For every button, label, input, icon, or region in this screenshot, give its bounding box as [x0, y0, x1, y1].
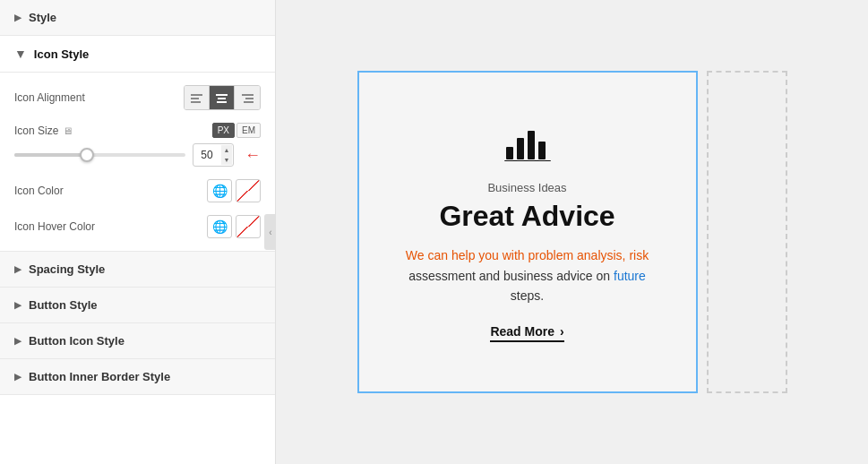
spacing-style-section-header[interactable]: ▶ Spacing Style — [0, 252, 275, 288]
svg-rect-3 — [216, 94, 228, 96]
icon-hover-color-swatch — [236, 216, 260, 237]
svg-rect-9 — [506, 147, 513, 159]
monitor-icon: 🖥 — [63, 125, 73, 136]
svg-rect-8 — [244, 101, 254, 103]
style-section-label: Style — [29, 11, 56, 24]
svg-rect-1 — [191, 98, 199, 99]
icon-size-input-wrap: ▲ ▼ — [193, 143, 234, 167]
svg-rect-6 — [242, 94, 254, 96]
svg-rect-11 — [528, 131, 535, 159]
canvas-wrapper: Business Ideas Great Advice We can help … — [357, 71, 787, 393]
icon-alignment-controls — [184, 85, 261, 110]
button-style-label: Button Style — [29, 298, 98, 312]
icon-size-label: Icon Size 🖥 — [14, 125, 73, 137]
icon-style-content: Icon Alignment — [0, 73, 275, 252]
icon-alignment-row: Icon Alignment — [14, 85, 261, 110]
button-icon-style-section-header[interactable]: ▶ Button Icon Style — [0, 323, 275, 359]
unit-toggle: PX EM — [212, 123, 261, 138]
svg-rect-7 — [245, 98, 254, 99]
card-title: Great Advice — [439, 200, 614, 233]
button-inner-border-style-section-header[interactable]: ▶ Button Inner Border Style — [0, 359, 275, 395]
card-desc-part2: assessment and business advice on — [408, 269, 614, 283]
card-description: We can help you with problem analysis, r… — [406, 245, 649, 305]
svg-rect-13 — [504, 160, 551, 161]
read-more-label: Read More — [490, 324, 554, 339]
spinner-up-button[interactable]: ▲ — [221, 145, 232, 155]
button-style-arrow: ▶ — [14, 300, 21, 310]
svg-rect-10 — [517, 138, 524, 159]
icon-size-label-row: Icon Size 🖥 PX EM — [14, 123, 261, 138]
slider-fill — [14, 153, 82, 157]
spacing-style-arrow: ▶ — [14, 264, 21, 274]
spinner-down-button[interactable]: ▼ — [221, 155, 232, 165]
card-desc-part4: steps. — [511, 288, 544, 303]
canvas-area: Business Ideas Great Advice We can help … — [276, 0, 868, 464]
style-section-header[interactable]: ▶ Style — [0, 0, 275, 36]
icon-style-label: Icon Style — [34, 47, 89, 61]
spacing-style-label: Spacing Style — [29, 262, 105, 276]
icon-size-slider-track[interactable] — [14, 153, 185, 157]
em-unit-button[interactable]: EM — [236, 123, 261, 138]
svg-rect-4 — [218, 98, 226, 99]
align-right-button[interactable] — [235, 86, 260, 109]
icon-color-controls: 🌐 — [207, 179, 261, 202]
svg-rect-5 — [217, 101, 227, 103]
svg-rect-0 — [191, 94, 202, 96]
button-icon-style-label: Button Icon Style — [29, 334, 125, 348]
icon-hover-color-globe-button[interactable]: 🌐 — [207, 215, 232, 238]
icon-hover-color-controls: 🌐 — [207, 215, 261, 238]
align-left-button[interactable] — [185, 86, 210, 109]
icon-color-swatch-button[interactable] — [236, 179, 261, 202]
collapse-handle-button[interactable]: ‹ — [264, 214, 277, 250]
button-inner-border-style-arrow: ▶ — [14, 372, 21, 382]
card-desc-part3: future — [614, 269, 646, 283]
icon-color-label: Icon Color — [14, 185, 64, 197]
left-panel: ▶ Style ▼ Icon Style Icon Alignment — [0, 0, 276, 464]
arrow-indicator: ← — [245, 146, 261, 165]
svg-rect-12 — [538, 142, 546, 159]
icon-alignment-label: Icon Alignment — [14, 91, 85, 104]
card-subtitle: Business Ideas — [487, 181, 566, 194]
icon-color-globe-button[interactable]: 🌐 — [207, 179, 232, 202]
dashed-placeholder-box — [707, 71, 787, 393]
card-desc-part1: We can help you with problem analysis, r… — [406, 248, 649, 262]
button-inner-border-style-label: Button Inner Border Style — [29, 370, 170, 383]
icon-color-swatch — [236, 180, 260, 202]
icon-color-row: Icon Color 🌐 — [14, 179, 261, 202]
card-container: Business Ideas Great Advice We can help … — [357, 71, 698, 393]
slider-thumb[interactable] — [80, 148, 94, 162]
read-more-link[interactable]: Read More › — [490, 324, 563, 342]
icon-style-section-header[interactable]: ▼ Icon Style — [0, 36, 275, 73]
icon-style-expand-icon: ▼ — [14, 47, 27, 61]
px-unit-button[interactable]: PX — [212, 123, 235, 138]
read-more-arrow: › — [560, 324, 564, 339]
icon-size-spinners: ▲ ▼ — [221, 145, 232, 165]
svg-rect-2 — [191, 101, 201, 103]
button-icon-style-arrow: ▶ — [14, 336, 21, 346]
card-icon — [504, 122, 551, 170]
align-center-button[interactable] — [210, 86, 235, 109]
icon-hover-color-row: Icon Hover Color 🌐 — [14, 215, 261, 238]
icon-hover-color-label: Icon Hover Color — [14, 220, 95, 233]
icon-size-slider-row: ▲ ▼ ← — [14, 143, 261, 167]
button-style-section-header[interactable]: ▶ Button Style — [0, 288, 275, 323]
icon-hover-color-swatch-button[interactable] — [236, 215, 261, 238]
alignment-button-group — [184, 85, 261, 110]
style-collapse-arrow: ▶ — [14, 13, 21, 22]
